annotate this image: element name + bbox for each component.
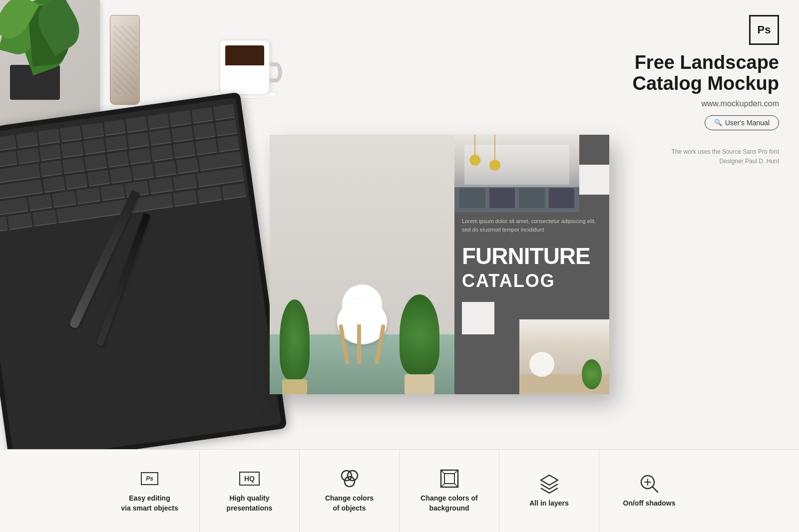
feature-label-high-quality: High quality presentations (227, 494, 273, 513)
svg-point-2 (345, 477, 355, 487)
main-scene: Lorem ipsum dolor sit amet, consectetur … (0, 0, 799, 449)
feature-label-change-colors-objects: Change colors of objects (325, 494, 374, 513)
feature-label-easy-editing: Easy editing via smart objects (121, 494, 178, 513)
layers-icon (539, 473, 560, 494)
catalog-lorem-text: Lorem ipsum dolor sit amet, consectetur … (462, 217, 604, 234)
svg-line-11 (652, 487, 658, 492)
info-panel: Ps Free Landscape Catalog Mockup www.moc… (624, 15, 779, 166)
feature-onoff-shadows: On/off shadows (599, 450, 699, 532)
feature-icon-shadows (636, 474, 662, 494)
feature-icon-hq: HQ (237, 469, 263, 489)
feature-high-quality: HQ High quality presentations (200, 450, 300, 532)
catalog-right-panel: Lorem ipsum dolor sit amet, consectetur … (454, 135, 609, 394)
svg-marker-9 (541, 475, 558, 485)
catalog-bottom-image (519, 319, 609, 394)
color-swatch-1 (579, 165, 609, 195)
users-manual-button[interactable]: 🔍 User's Manual (705, 115, 779, 130)
frame-icon (439, 468, 460, 489)
catalog-mockup: Lorem ipsum dolor sit amet, consectetur … (270, 135, 609, 394)
color-swatch-2 (462, 302, 494, 334)
coffee-cup (210, 15, 285, 95)
page-title: Free Landscape Catalog Mockup (624, 52, 779, 94)
hq-icon: HQ (239, 472, 260, 486)
search-icon (639, 473, 660, 494)
catalog-top-room-image (454, 135, 579, 212)
catalog-title-furniture: FURNITURE (462, 245, 590, 267)
features-bar: Ps Easy editing via smart objects HQ Hig… (0, 449, 799, 532)
svg-point-0 (342, 471, 352, 481)
manual-icon: 🔍 (714, 119, 722, 126)
plant-decoration-topleft (0, 0, 100, 100)
svg-rect-4 (444, 474, 454, 484)
feature-icon-layers (536, 474, 562, 494)
manual-button-label: User's Manual (725, 119, 770, 127)
feature-label-all-in-layers: All in layers (529, 499, 569, 509)
ps-icon: Ps (141, 472, 158, 485)
catalog-title-catalog: CATALOG (462, 270, 555, 291)
keyboard (0, 92, 287, 449)
feature-label-change-colors-bg: Change colors of background (420, 494, 477, 513)
feature-all-in-layers: All in layers (499, 450, 599, 532)
feature-icon-objects (337, 469, 363, 489)
font-info: The work uses the Source Sans Pro font D… (624, 147, 779, 166)
feature-label-onoff-shadows: On/off shadows (623, 499, 676, 509)
feature-icon-ps: Ps (137, 469, 163, 489)
svg-point-1 (348, 471, 358, 481)
catalog-left-page (270, 135, 454, 394)
decorative-vase (105, 5, 145, 105)
feature-change-colors-background: Change colors of background (400, 450, 499, 532)
website-url: www.mockupden.com (624, 99, 779, 108)
circles-icon (339, 468, 360, 489)
feature-icon-background (436, 469, 462, 489)
feature-change-colors-objects: Change colors of objects (300, 450, 400, 532)
feature-easy-editing: Ps Easy editing via smart objects (100, 450, 200, 532)
ps-badge: Ps (749, 15, 779, 45)
chair-photo (270, 135, 454, 394)
